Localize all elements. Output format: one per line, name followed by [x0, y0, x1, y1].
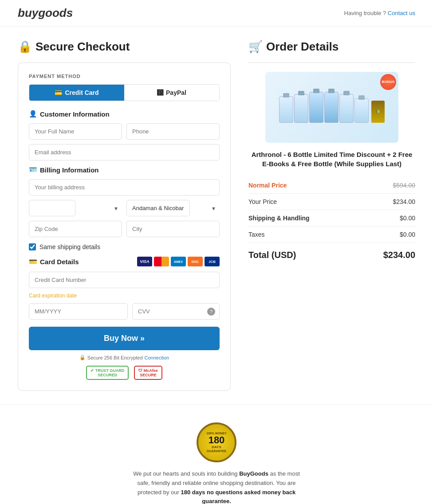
- card-details-title: 💳 Card Details: [29, 258, 79, 266]
- shipping-value: $0.00: [400, 215, 415, 222]
- jcb-icon: JCB: [205, 257, 220, 266]
- visa-icon: VISA: [137, 257, 152, 266]
- country-select[interactable]: India United States: [29, 200, 75, 216]
- trust-badges: ✔ TRUST GUARD SECURED 🛡 McAfee SECURE: [29, 366, 220, 380]
- footer-days-text: 180 days no questions asked: [181, 489, 262, 496]
- phone-input[interactable]: [126, 123, 220, 140]
- payment-tabs: 💳 Credit Card 🅿 PayPal: [29, 84, 220, 101]
- normal-price-row: Normal Price $594.00: [248, 177, 415, 194]
- guarantee-line3: GUARANTEE: [207, 449, 226, 453]
- taxes-value: $0.00: [400, 231, 415, 238]
- shipping-label: Shipping & Handling: [248, 215, 310, 222]
- main-content: 🔒 Secure Checkout PAYMENT METHOD 💳 Credi…: [0, 27, 433, 404]
- guarantee-days: 180: [209, 435, 225, 445]
- billing-address-input[interactable]: [29, 179, 220, 195]
- expiry-cvv-row: ?: [29, 303, 220, 320]
- security-link[interactable]: Connection: [145, 355, 169, 360]
- email-input[interactable]: [29, 144, 220, 160]
- customer-info-text: Customer Information: [40, 110, 110, 118]
- normal-price-label: Normal Price: [248, 182, 287, 189]
- your-price-value: $234.00: [393, 198, 415, 205]
- discover-icon: DISC: [188, 257, 203, 266]
- taxes-row: Taxes $0.00: [248, 227, 415, 243]
- city-input[interactable]: [126, 221, 220, 237]
- checkout-card: PAYMENT METHOD 💳 Credit Card 🅿 PayPal 👤 …: [18, 63, 231, 391]
- address-row: [29, 179, 220, 195]
- same-shipping-checkbox[interactable]: [29, 243, 36, 250]
- contact-link[interactable]: Contact us: [388, 10, 415, 16]
- card-icons: VISA AMEX DISC JCB: [137, 257, 220, 266]
- paypal-icon: 🅿: [157, 89, 163, 96]
- zip-input[interactable]: [29, 221, 122, 237]
- card-details-header: 💳 Card Details VISA AMEX DISC JCB: [29, 257, 220, 266]
- logo-text: buygoods: [18, 6, 73, 20]
- country-wrapper: India United States: [29, 200, 122, 216]
- shipping-row: Shipping & Handling $0.00: [248, 210, 415, 227]
- taxes-label: Taxes: [248, 231, 265, 238]
- card-icon: 💳: [29, 258, 37, 266]
- credit-card-icon: 💳: [55, 89, 62, 96]
- buy-now-button[interactable]: Buy Now »: [29, 327, 220, 350]
- paypal-tab-label: PayPal: [166, 89, 186, 96]
- person-icon: 👤: [29, 110, 37, 118]
- name-phone-row: [29, 123, 220, 140]
- billing-info-title: 🪪 Billing Information: [29, 166, 220, 174]
- payment-method-label: PAYMENT METHOD: [29, 74, 220, 79]
- security-row: 🔒 Secure 256 Bit Encrypted Connection: [29, 355, 220, 360]
- product-title: Arthronol - 6 Bottle Limited Time Discou…: [248, 150, 415, 168]
- total-value: $234.00: [383, 250, 415, 260]
- security-text: Secure 256 Bit Encrypted: [87, 355, 143, 360]
- bottle-5: [339, 94, 354, 123]
- book-icon: 📗: [371, 101, 385, 123]
- state-select[interactable]: Andaman & Nicobar Maharashtra: [126, 200, 190, 216]
- left-panel: 🔒 Secure Checkout PAYMENT METHOD 💳 Credi…: [18, 40, 231, 391]
- mastercard-icon: [154, 257, 169, 266]
- card-details-text: Card Details: [40, 258, 79, 266]
- expiry-input[interactable]: [29, 303, 128, 320]
- total-row: Total (USD) $234.00: [248, 243, 415, 260]
- order-details-title: 🛒 Order Details: [248, 40, 415, 54]
- right-panel: 🛒 Order Details 📗 BONUS: [248, 40, 415, 391]
- cvv-wrapper: ?: [132, 303, 220, 320]
- id-card-icon: 🪪: [29, 166, 37, 174]
- country-state-row: India United States Andaman & Nicobar Ma…: [29, 200, 220, 216]
- your-price-label: Your Price: [248, 198, 277, 205]
- tab-credit-card[interactable]: 💳 Credit Card: [29, 85, 124, 101]
- bottle-3: [309, 92, 323, 123]
- cvv-input[interactable]: [132, 303, 220, 320]
- billing-info-text: Billing Information: [40, 166, 99, 174]
- same-shipping-row: Same shipping details: [29, 243, 220, 250]
- header: buygoods Having trouble ? Contact us: [0, 0, 433, 27]
- shield-icon: 🔒: [79, 355, 86, 360]
- lock-icon: 🔒: [18, 40, 32, 54]
- normal-price-value: $594.00: [393, 182, 415, 189]
- zip-city-row: [29, 221, 220, 237]
- product-image-container: 📗 BONUS: [248, 72, 415, 143]
- checkout-title: 🔒 Secure Checkout: [18, 40, 231, 54]
- order-details-text: Order Details: [266, 40, 339, 54]
- expiry-label: Card expiration date: [29, 293, 220, 299]
- footer-brand: BuyGoods: [239, 470, 268, 477]
- trouble-text: Having trouble ?: [344, 10, 386, 16]
- trustguard-badge: ✔ TRUST GUARD SECURED: [86, 366, 129, 380]
- mcafee-badge: 🛡 McAfee SECURE: [134, 366, 162, 380]
- card-number-input[interactable]: [29, 272, 220, 288]
- bottle-4: [324, 92, 339, 123]
- header-right: Having trouble ? Contact us: [344, 10, 415, 16]
- guarantee-badge: 100% MONEY 180 DAYS GUARANTEE: [197, 422, 236, 462]
- bottle-1: [279, 96, 293, 123]
- cart-icon: 🛒: [248, 40, 263, 54]
- bonus-badge: BONUS: [380, 74, 396, 90]
- full-name-input[interactable]: [29, 123, 122, 140]
- product-image: 📗 BONUS: [265, 72, 398, 143]
- footer: 100% MONEY 180 DAYS GUARANTEE We put our…: [0, 404, 433, 504]
- bottle-6: [354, 98, 369, 123]
- state-wrapper: Andaman & Nicobar Maharashtra: [126, 200, 220, 216]
- footer-text-part1: We put our hearts and souls into buildin…: [133, 470, 239, 477]
- same-shipping-label: Same shipping details: [39, 243, 100, 250]
- card-number-row: [29, 272, 220, 288]
- footer-text: We put our hearts and souls into buildin…: [128, 469, 305, 504]
- tab-paypal[interactable]: 🅿 PayPal: [124, 85, 219, 101]
- cvv-help-icon[interactable]: ?: [207, 308, 215, 316]
- order-divider: [248, 63, 415, 63]
